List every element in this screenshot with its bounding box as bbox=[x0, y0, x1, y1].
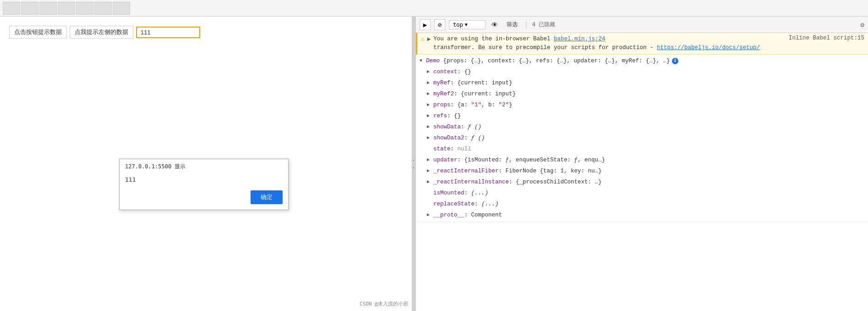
expand-arrow-root[interactable] bbox=[420, 57, 425, 65]
warning-url-link[interactable]: https://babeljs.io/docs/setup/ bbox=[657, 44, 760, 51]
val-ismounted: (...) bbox=[471, 189, 489, 198]
tab-2[interactable] bbox=[21, 2, 38, 15]
expand-arrow-context[interactable] bbox=[427, 68, 432, 76]
data-input[interactable] bbox=[136, 27, 200, 38]
key-replacestate: replaceState bbox=[433, 200, 475, 209]
filter-text: 筛选 bbox=[504, 20, 520, 29]
expand-arrow-instance[interactable] bbox=[427, 178, 432, 186]
key-updater: updater bbox=[433, 156, 458, 165]
object-tree: Demo {props: {…}, context: {…}, refs: {…… bbox=[416, 55, 868, 222]
watermark: CSDN @未入流的小邪 bbox=[360, 300, 408, 307]
expand-arrow-proto[interactable] bbox=[427, 211, 432, 219]
tab-5[interactable] bbox=[76, 2, 93, 15]
row-state: state: null bbox=[416, 144, 868, 155]
main-area: 点击按钮提示数据 点我提示左侧的数据 127.0.0.1:5500 显示 111… bbox=[0, 17, 868, 311]
devtools-content: ⚠ ▶ You are using the in-browser Babel b… bbox=[416, 33, 868, 311]
eye-icon: 👁 bbox=[491, 21, 498, 28]
info-icon[interactable]: ℹ bbox=[672, 58, 678, 64]
row-refs[interactable]: refs: {} bbox=[416, 111, 868, 122]
tab-6[interactable] bbox=[94, 2, 112, 15]
tab-1[interactable] bbox=[3, 2, 20, 15]
expand-arrow-fiber[interactable] bbox=[427, 167, 432, 175]
key-ismounted: isMounted bbox=[433, 189, 464, 198]
show-data-button[interactable]: 点击按钮提示数据 bbox=[9, 26, 67, 39]
expand-arrow-myref2[interactable] bbox=[427, 90, 432, 98]
stop-button[interactable]: ⊘ bbox=[434, 19, 445, 30]
colon-refs: : bbox=[447, 111, 454, 121]
eye-button[interactable]: 👁 bbox=[489, 19, 500, 30]
row-ismounted: isMounted: (...) bbox=[416, 188, 868, 199]
val-replacestate: (...) bbox=[481, 200, 499, 209]
expand-arrow-refs[interactable] bbox=[427, 112, 432, 120]
row-replacestate: replaceState: (...) bbox=[416, 199, 868, 210]
colon-showdata: : bbox=[461, 122, 468, 132]
expand-arrow-myref[interactable] bbox=[427, 79, 432, 87]
console-warning: ⚠ ▶ You are using the in-browser Babel b… bbox=[416, 33, 868, 55]
row-showdata[interactable]: showData: ƒ () bbox=[416, 122, 868, 133]
expand-arrow-props[interactable] bbox=[427, 101, 432, 109]
warning-link[interactable]: babel.min.js:24 bbox=[554, 36, 606, 42]
colon-updater: : bbox=[458, 156, 464, 165]
warning-icon: ⚠ bbox=[421, 35, 425, 43]
warning-expand-arrow[interactable]: ▶ bbox=[427, 35, 431, 43]
colon-replacestate: : bbox=[475, 200, 481, 209]
root-value: {props: {…}, context: {…}, refs: {…}, up… bbox=[440, 56, 670, 66]
show-left-data-button[interactable]: 点我提示左侧的数据 bbox=[70, 26, 133, 39]
expand-arrow-showdata2[interactable] bbox=[427, 134, 432, 142]
tab-7[interactable] bbox=[113, 2, 130, 15]
root-key: Demo bbox=[426, 56, 440, 66]
row-reactinternalfiber[interactable]: _reactInternalFiber: FiberNode {tag: 1, … bbox=[416, 166, 868, 177]
devtools-toolbar: ▶ ⊘ top ▼ 👁 筛选 | 4 已隐藏 ⚙ bbox=[416, 17, 868, 33]
key-myref: myRef bbox=[433, 78, 451, 88]
expand-arrow-updater[interactable] bbox=[427, 156, 432, 164]
val-context: {} bbox=[464, 67, 471, 77]
panel-divider[interactable]: ⋮⋮ bbox=[412, 17, 416, 311]
val-props: {a: "1", b: "2"} bbox=[458, 100, 513, 110]
colon-myref2: : bbox=[454, 89, 461, 99]
alert-dialog-body: 111 bbox=[120, 172, 288, 189]
row-context[interactable]: context: {} bbox=[416, 67, 868, 78]
key-context: context bbox=[433, 67, 458, 77]
top-toolbar bbox=[0, 0, 868, 17]
colon-showdata2: : bbox=[464, 133, 471, 143]
expand-arrow-showdata[interactable] bbox=[427, 123, 432, 131]
warning-text-1: You are using the in-browser Babel bbox=[433, 36, 554, 42]
val-fiber: FiberNode {tag: 1, key: nu…} bbox=[506, 167, 602, 176]
stop-icon: ⊘ bbox=[438, 21, 442, 28]
tab-3[interactable] bbox=[39, 2, 57, 15]
key-proto: __proto__ bbox=[433, 211, 464, 220]
browser-tabs bbox=[3, 2, 865, 15]
chevron-down-icon: ▼ bbox=[465, 22, 468, 27]
alert-dialog-header: 127.0.0.1:5500 显示 bbox=[120, 159, 288, 172]
colon-context: : bbox=[458, 67, 464, 77]
colon-props: : bbox=[451, 100, 458, 110]
key-refs: refs bbox=[433, 111, 447, 121]
colon-state: : bbox=[451, 144, 458, 154]
key-showdata: showData bbox=[433, 122, 461, 132]
row-reactinternalinstance[interactable]: _reactInternalInstance: {_processChildCo… bbox=[416, 177, 868, 188]
object-root-row[interactable]: Demo {props: {…}, context: {…}, refs: {…… bbox=[416, 56, 868, 67]
play-button[interactable]: ▶ bbox=[420, 19, 431, 30]
val-refs: {} bbox=[454, 111, 461, 121]
val-showdata2: ƒ () bbox=[471, 133, 485, 143]
colon-proto: : bbox=[464, 211, 471, 220]
val-myref: {current: input} bbox=[458, 78, 513, 88]
devtools-panel: ▶ ⊘ top ▼ 👁 筛选 | 4 已隐藏 ⚙ ⚠ ▶ bbox=[416, 17, 868, 311]
browser-controls: 点击按钮提示数据 点我提示左侧的数据 bbox=[9, 26, 403, 39]
row-myref[interactable]: myRef: {current: input} bbox=[416, 78, 868, 89]
settings-button[interactable]: ⚙ bbox=[861, 21, 864, 28]
key-showdata2: showData2 bbox=[433, 133, 464, 143]
val-proto: Component bbox=[471, 211, 502, 220]
row-proto[interactable]: __proto__: Component bbox=[416, 210, 868, 221]
row-updater[interactable]: updater: {isMounted: ƒ, enqueueSetState:… bbox=[416, 155, 868, 166]
confirm-button[interactable]: 确定 bbox=[251, 190, 283, 204]
row-showdata2[interactable]: showData2: ƒ () bbox=[416, 133, 868, 144]
tab-4[interactable] bbox=[58, 2, 75, 15]
hidden-count: 4 已隐藏 bbox=[532, 21, 555, 28]
val-updater: {isMounted: ƒ, enqueueSetState: ƒ, enqu…… bbox=[464, 156, 606, 165]
row-props[interactable]: props: {a: "1", b: "2"} bbox=[416, 100, 868, 111]
row-myref2[interactable]: myRef2: {current: input} bbox=[416, 89, 868, 100]
play-icon: ▶ bbox=[423, 21, 427, 28]
filter-dropdown[interactable]: top ▼ bbox=[449, 20, 486, 29]
browser-panel: 点击按钮提示数据 点我提示左侧的数据 127.0.0.1:5500 显示 111… bbox=[0, 17, 412, 311]
